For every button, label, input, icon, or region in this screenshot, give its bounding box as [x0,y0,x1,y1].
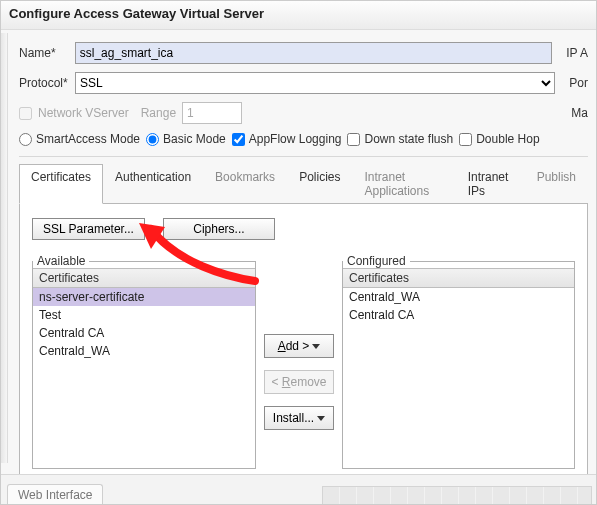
range-input [182,102,242,124]
tab-panel-certificates: SSL Parameter... Ciphers... Available Ce… [19,204,588,505]
tab-intranet-applications[interactable]: Intranet Applications [352,164,455,204]
list-item[interactable]: Centrald_WA [33,342,255,360]
mode-row: SmartAccess Mode Basic Mode AppFlow Logg… [19,132,588,146]
chevron-down-icon [317,416,325,421]
appflow-check-label[interactable]: AppFlow Logging [232,132,342,146]
tab-bookmarks[interactable]: Bookmarks [203,164,287,204]
ip-label-trunc: IP A [552,46,588,60]
list-item[interactable]: ns-server-certificate [33,288,255,306]
protocol-label: Protocol* [19,76,75,90]
remove-button: < Remove [264,370,334,394]
list-item[interactable]: Test [33,306,255,324]
list-item[interactable]: Centrald CA [343,306,574,324]
downstate-check-label[interactable]: Down state flush [347,132,453,146]
install-button[interactable]: Install... [264,406,334,430]
smartaccess-radio-label[interactable]: SmartAccess Mode [19,132,140,146]
footer: Web Interface [1,474,596,504]
configured-header: Certificates [343,268,574,288]
tab-authentication[interactable]: Authentication [103,164,203,204]
doublehop-checkbox[interactable] [459,133,472,146]
list-item[interactable]: Centrald_WA [343,288,574,306]
port-label-trunc: Por [555,76,588,90]
protocol-select[interactable]: SSL [75,72,555,94]
tab-intranet-ips[interactable]: Intranet IPs [456,164,525,204]
tab-strip: Certificates Authentication Bookmarks Po… [19,163,588,204]
dialog-window: Configure Access Gateway Virtual Server … [0,0,597,505]
smartaccess-radio[interactable] [19,133,32,146]
dialog-body: Name* IP A Protocol* SSL Por Network VSe… [1,30,596,505]
downstate-checkbox[interactable] [347,133,360,146]
configured-legend: Configured [343,254,410,268]
tab-policies[interactable]: Policies [287,164,352,204]
chevron-down-icon [312,344,320,349]
network-vserver-label: Network VServer [38,106,129,120]
available-listbox[interactable]: Certificates ns-server-certificate Test … [33,268,255,468]
name-label: Name* [19,46,75,60]
name-input[interactable] [75,42,552,64]
doublehop-check-label[interactable]: Double Hop [459,132,539,146]
transfer-buttons: Add > < Remove Install... [256,254,342,430]
maxusers-label-trunc: Ma [557,106,588,120]
separator [19,156,588,157]
tab-certificates[interactable]: Certificates [19,164,103,204]
footer-tab-web-interface[interactable]: Web Interface [7,484,103,504]
dialog-title: Configure Access Gateway Virtual Server [1,1,596,30]
configured-listbox[interactable]: Certificates Centrald_WA Centrald CA [343,268,574,468]
available-header: Certificates [33,268,255,288]
add-button[interactable]: Add > [264,334,334,358]
available-fieldset: Available Certificates ns-server-certifi… [32,254,256,469]
list-item[interactable]: Centrald CA [33,324,255,342]
footer-ruler [322,486,592,504]
tab-published[interactable]: Publish [525,164,588,204]
ssl-parameter-button[interactable]: SSL Parameter... [32,218,145,240]
configured-fieldset: Configured Certificates Centrald_WA Cent… [342,254,575,469]
available-legend: Available [33,254,89,268]
basic-radio-label[interactable]: Basic Mode [146,132,226,146]
range-label: Range [141,106,176,120]
basic-radio[interactable] [146,133,159,146]
left-gutter [1,33,8,463]
network-vserver-checkbox [19,107,32,120]
appflow-checkbox[interactable] [232,133,245,146]
ciphers-button[interactable]: Ciphers... [163,218,275,240]
